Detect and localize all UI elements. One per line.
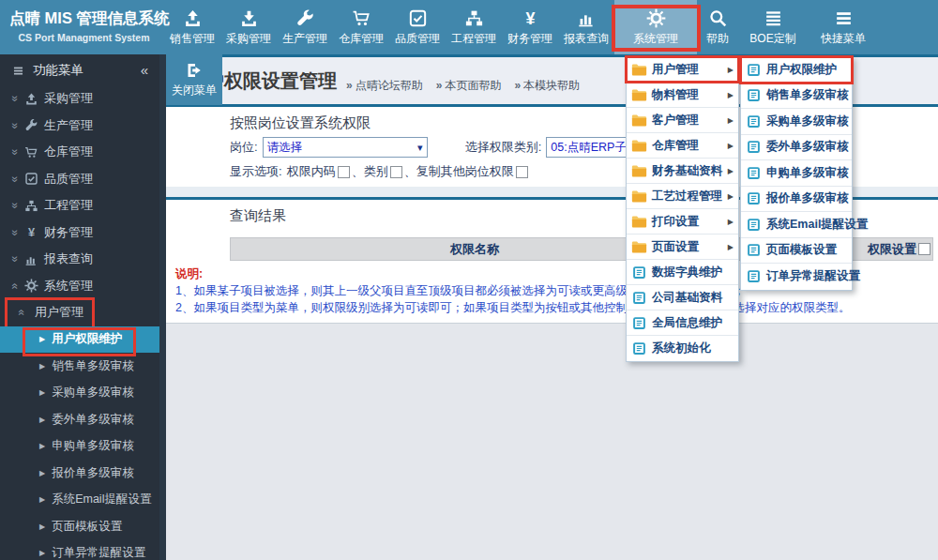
filter-section-title: 按照岗位设置系统权限 [230,114,371,132]
submenu-arrow-icon: ▶ [724,192,734,201]
cart-icon [24,145,38,159]
sidebar-item-outsourcing-order-multilevel-audit[interactable]: ▶委外单多级审核 [0,406,159,433]
checkbox-permission-code[interactable] [338,166,350,178]
sidebar-item-quality[interactable]: »品质管理 [0,166,159,193]
menu-item-order-exception-reminder-settings[interactable]: 订单异常提醒设置 [741,264,852,290]
submenu-arrow-icon: ▶ [724,243,734,251]
nav-item-engineering[interactable]: 工程管理 [446,0,502,54]
sidebar-item-purchase[interactable]: »采购管理 [0,85,159,113]
menu-item-label: 用户管理 [652,62,699,78]
sidebar-item-reports[interactable]: »报表查询 [0,246,159,273]
nav-item-label: 采购管理 [226,31,271,47]
nav-item-label: BOE定制 [749,31,795,47]
menu-item-page-template-settings[interactable]: 页面模板设置 [741,238,852,265]
menu-item-material-management[interactable]: 物料管理▶ [627,83,738,108]
menu-item-warehouse-management[interactable]: 仓库管理▶ [627,133,738,159]
sidebar-splitter[interactable] [159,54,166,560]
nav-item-quick-menu[interactable]: 快捷菜单 [808,0,879,54]
sidebar-item-label: 委外单多级审核 [52,412,134,428]
sidebar-item-engineering[interactable]: »工程管理 [0,192,159,219]
sidebar-item-warehouse[interactable]: »仓库管理 [0,139,159,166]
option-separator: 、 [404,163,416,180]
wrench-icon [24,118,38,132]
gear-icon [24,279,38,293]
sidebar-item-requisition-order-multilevel-audit[interactable]: ▶申购单多级审核 [0,433,159,461]
sidebar-item-label: 财务管理 [44,224,93,241]
nav-item-finance[interactable]: ¥财务管理 [502,0,558,54]
sidebar-item-label: 订单异常提醒设置 [52,545,145,560]
sidebar-item-page-template-settings[interactable]: ▶页面模板设置 [0,513,159,540]
menu-item-system-initialization[interactable]: 系统初始化 [627,336,738,361]
menu-item-sales-order-multilevel-audit[interactable]: 销售单多级审核 [741,83,852,110]
nav-item-warehouse[interactable]: 仓库管理 [333,0,389,54]
sidebar-item-user-permission-maintenance[interactable]: ▶用户权限维护 [0,326,159,354]
expand-chevron-icon: » [8,120,22,131]
checkbox-copy-other-post-permission[interactable] [516,166,528,178]
menu-item-company-basic-data[interactable]: 公司基础资料 [627,285,738,310]
folder-icon [631,114,647,128]
nav-item-sales[interactable]: 销售管理 [164,0,220,54]
checkbox-category[interactable] [390,166,402,178]
menu-item-global-info-maintenance[interactable]: 全局信息维护 [627,310,738,336]
sidebar-item-label: 系统管理 [44,278,93,295]
menu-item-purchase-order-multilevel-audit[interactable]: 采购单多级审核 [741,109,852,135]
breadcrumb-link-2[interactable]: »本模块帮助 [514,78,580,94]
sidebar-item-system-management[interactable]: «系统管理 [0,273,159,300]
menu-item-user-management[interactable]: 用户管理▶ [627,57,738,83]
upload-icon [183,8,203,28]
sidebar-item-order-exception-reminder-settings[interactable]: ▶订单异常提醒设置 [0,540,159,560]
menu-item-label: 数据字典维护 [652,265,722,280]
post-select[interactable]: 请选择 ▾ [263,137,428,158]
system-management-dropdown: 用户管理▶物料管理▶客户管理▶仓库管理▶财务基础资料▶工艺过程管理▶打印设置▶页… [626,56,739,362]
expand-chevron-icon: » [8,227,22,238]
menu-item-outsourcing-order-multilevel-audit[interactable]: 委外单多级审核 [741,135,852,161]
expand-chevron-icon: » [8,146,22,158]
nav-item-reports[interactable]: 报表查询 [558,0,614,54]
menu-item-print-settings[interactable]: 打印设置▶ [627,209,738,235]
menu-item-system-email-reminder-settings[interactable]: 系统Email提醒设置 [741,212,852,238]
menu-item-label: 工艺过程管理 [652,189,722,204]
menu-item-customer-management[interactable]: 客户管理▶ [627,108,738,133]
doc-icon [631,341,647,356]
sidebar-item-system-email-reminder-settings[interactable]: ▶系统Email提醒设置 [0,487,159,514]
menu-item-process-management[interactable]: 工艺过程管理▶ [627,184,738,209]
sidebar-item-user-management[interactable]: «用户管理 [0,299,159,326]
option-separator: 、 [352,163,364,180]
list-icon [764,8,783,28]
sidebar-item-sales-order-multilevel-audit[interactable]: ▶销售单多级审核 [0,353,159,380]
doc-icon [746,191,762,205]
doc-icon [746,140,762,154]
sidebar-item-production[interactable]: »生产管理 [0,113,159,140]
menu-item-data-dictionary-maintenance[interactable]: 数据字典维护 [627,260,738,285]
app-logo: 点晴 MIS 管理信息系统 CS Port Managment System [0,0,164,54]
nav-item-system[interactable]: 系统管理 [614,0,697,54]
breadcrumb-link-1[interactable]: »本页面帮助 [436,78,502,94]
sidebar-item-label: 采购单多级审核 [52,385,134,401]
menu-item-label: 申购单多级审核 [766,165,849,181]
nav-item-quality[interactable]: 品质管理 [389,0,446,54]
close-menu-button[interactable]: 关闭菜单 [166,54,222,105]
sidebar-item-label: 报表查询 [44,250,93,267]
triangle-right-icon: ▶ [39,469,45,477]
hamburger-icon [834,8,854,28]
breadcrumb-link-0[interactable]: »点晴论坛帮助 [346,78,423,94]
nav-item-purchase[interactable]: 采购管理 [220,0,277,54]
select-all-checkbox[interactable] [918,243,930,255]
nav-item-production[interactable]: 生产管理 [277,0,333,54]
sidebar-item-finance[interactable]: »¥财务管理 [0,219,159,247]
menu-item-finance-basic-data[interactable]: 财务基础资料▶ [627,159,738,184]
nav-item-help[interactable]: 帮助 [697,0,738,54]
sidebar-item-purchase-order-multilevel-audit[interactable]: ▶采购单多级审核 [0,380,159,407]
sidebar-item-label: 生产管理 [44,117,93,134]
menu-item-user-permission-maintenance[interactable]: 用户权限维护 [741,57,852,83]
bar-chart-icon [577,8,597,28]
menu-item-page-settings[interactable]: 页面设置▶ [627,235,738,260]
sidebar-item-quotation-order-multilevel-audit[interactable]: ▶报价单多级审核 [0,460,159,487]
menu-item-requisition-order-multilevel-audit[interactable]: 申购单多级审核 [741,160,852,187]
sidebar-item-label: 销售单多级审核 [52,358,134,374]
sidebar-collapse-icon[interactable]: « [141,62,148,78]
menu-item-quotation-order-multilevel-audit[interactable]: 报价单多级审核 [741,187,852,213]
nav-item-boe-custom[interactable]: BOE定制 [738,0,808,54]
option-label-copy-other-post-permission: 复制其他岗位权限 [416,163,514,180]
search-icon [708,8,728,28]
